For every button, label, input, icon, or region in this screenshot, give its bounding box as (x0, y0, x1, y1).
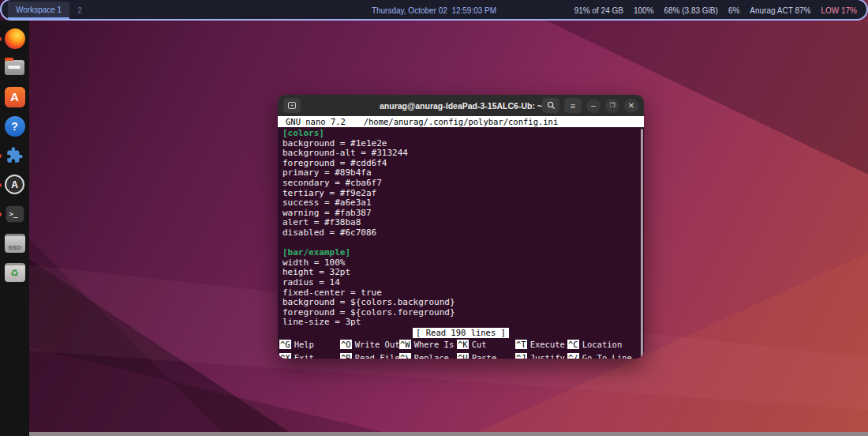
shortcut-key: ^W (399, 340, 411, 349)
maximize-button[interactable]: ❐ (605, 99, 619, 113)
window-titlebar[interactable]: + anurag@anurag-IdeaPad-3-15ALC6-Ub: ~ ≡… (278, 95, 644, 116)
minimize-icon: – (591, 101, 596, 110)
shortcut-key: ^\ (399, 353, 411, 359)
shortcut-label: Cut (472, 340, 487, 349)
minimize-button[interactable]: – (586, 99, 600, 113)
notification-dot (0, 154, 2, 158)
search-button[interactable] (542, 98, 559, 113)
hamburger-icon: ≡ (571, 101, 575, 111)
shortcut-key: ^J (515, 353, 527, 359)
search-icon (547, 101, 556, 110)
dock-item-ssd[interactable]: SSD (4, 232, 26, 254)
shortcut-key: ^C (567, 340, 579, 349)
nano-shortcut: ^CLocation (567, 340, 644, 350)
workspace-switcher: Workspace 1 2 (8, 2, 90, 19)
polybar: Workspace 1 2 Thursday, October 02 12:59… (0, 0, 868, 21)
dock-item-extensions[interactable] (4, 145, 26, 166)
config-line: background = ${colors.background} (282, 298, 644, 308)
status-module: 91% of 24 GB (574, 6, 623, 15)
shortcut-label: Write Out (355, 340, 400, 349)
notification-dot (0, 212, 2, 216)
shortcut-label: Where Is (414, 340, 455, 349)
shortcut-label: Read File (355, 353, 400, 359)
trash-icon: ♻ (5, 263, 25, 282)
shortcut-key: ^T (515, 340, 527, 349)
editor-lines: [colors]background = #1e1e2ebackground-a… (278, 127, 644, 328)
config-section-header: [colors] (282, 129, 644, 139)
shortcut-label: Go To Line (582, 353, 632, 359)
config-line: secondary = #cba6f7 (282, 179, 644, 189)
new-tab-icon: + (288, 102, 296, 109)
menu-button[interactable]: ≡ (564, 98, 582, 113)
nano-shortcut: ^RRead File (340, 353, 399, 359)
nano-shortcut: ^UPaste (457, 353, 515, 359)
workspace-1-button[interactable]: Workspace 1 (8, 2, 69, 19)
close-icon: ✕ (628, 101, 634, 110)
nano-shortcut: ^JJustify (515, 353, 567, 359)
shortcut-key: ^K (457, 340, 469, 349)
shortcut-key: ^R (340, 353, 352, 359)
shortcut-key: ^O (340, 340, 352, 349)
shortcut-label: Location (582, 340, 623, 349)
nano-shortcut: ^WWhere Is (399, 340, 457, 350)
file-manager-icon (5, 60, 24, 75)
shortcut-label: Exit (294, 353, 314, 359)
terminal-window: + anurag@anurag-IdeaPad-3-15ALC6-Ub: ~ ≡… (278, 95, 644, 359)
status-module: Anurag ACT 87% (750, 6, 810, 15)
nano-shortcuts-row1: ^GHelp^OWrite Out^WWhere Is^KCut^TExecut… (278, 339, 644, 352)
nano-shortcuts-row2: ^XExit^RRead File^\Replace^UPaste^JJusti… (278, 352, 644, 359)
nano-shortcut: ^\Replace (399, 353, 457, 359)
ssd-drive-icon: SSD (5, 234, 25, 253)
config-line: background-alt = #313244 (282, 148, 644, 159)
nano-shortcut: ^KCut (457, 340, 515, 350)
config-line: success = #a6e3a1 (282, 198, 644, 209)
config-section-header: [bar/example] (282, 248, 644, 258)
nano-status-line: [ Read 190 lines ] (278, 328, 644, 339)
app-center-icon: A (5, 87, 25, 107)
shortcut-key: ^U (457, 353, 469, 359)
nano-shortcut: ^TExecute (515, 340, 567, 350)
dock-item-trash[interactable]: ♻ (4, 261, 26, 283)
bottom-edge-strip (29, 432, 868, 436)
dock-item-terminal[interactable]: >_ (4, 203, 26, 224)
notification-dot (0, 37, 2, 41)
firefox-icon (5, 28, 25, 49)
shortcut-label: Execute (530, 340, 565, 349)
dock-item-files[interactable] (4, 57, 26, 78)
workspace-2-button[interactable]: 2 (69, 2, 90, 19)
status-module: 6% (728, 6, 739, 15)
dock-item-help[interactable]: ? (4, 115, 26, 137)
status-module: 100% (634, 6, 654, 15)
dock-item-firefox[interactable] (4, 28, 26, 49)
shortcut-label: Help (294, 340, 314, 349)
shortcut-key: ^/ (567, 353, 579, 359)
help-icon: ? (5, 116, 25, 137)
nano-status-message: [ Read 190 lines ] (413, 328, 509, 338)
dock: A ? A >_ SSD ♻ (0, 21, 29, 436)
config-line: radius = 14 (282, 278, 644, 288)
system-status-modules: 91% of 24 GB100%68% (3.83 GiB)6%Anurag A… (574, 6, 857, 15)
new-tab-button[interactable]: + (283, 98, 301, 113)
status-module: LOW 17% (821, 6, 857, 15)
shortcut-label: Replace (414, 353, 449, 359)
notification-dot (0, 183, 2, 187)
nano-titlebar: GNU nano 7.2 /home/anurag/.config/polyba… (278, 116, 644, 127)
shortcut-key: ^G (279, 340, 291, 349)
a-circle-app-icon: A (5, 175, 24, 194)
nano-shortcut: ^OWrite Out (340, 340, 399, 350)
config-line: disabled = #6c7086 (282, 228, 644, 239)
terminal-scrollbar[interactable] (641, 129, 643, 359)
maximize-icon: ❐ (609, 102, 615, 109)
status-module: 68% (3.83 GiB) (664, 6, 718, 15)
dock-item-app-center[interactable]: A (4, 86, 26, 107)
close-button[interactable]: ✕ (624, 99, 638, 113)
nano-shortcut: ^GHelp (279, 340, 340, 350)
nano-file-path: /home/anurag/.config/polybar/config.ini (278, 116, 644, 127)
dock-item-app-a[interactable]: A (4, 174, 26, 195)
terminal-icon: >_ (6, 205, 24, 223)
puzzle-extensions-icon (5, 145, 25, 166)
config-line: line-size = 3pt (282, 318, 644, 328)
shortcut-label: Paste (472, 353, 497, 359)
nano-shortcut: ^/Go To Line (567, 353, 644, 359)
terminal-content[interactable]: [colors]background = #1e1e2ebackground-a… (278, 127, 644, 359)
